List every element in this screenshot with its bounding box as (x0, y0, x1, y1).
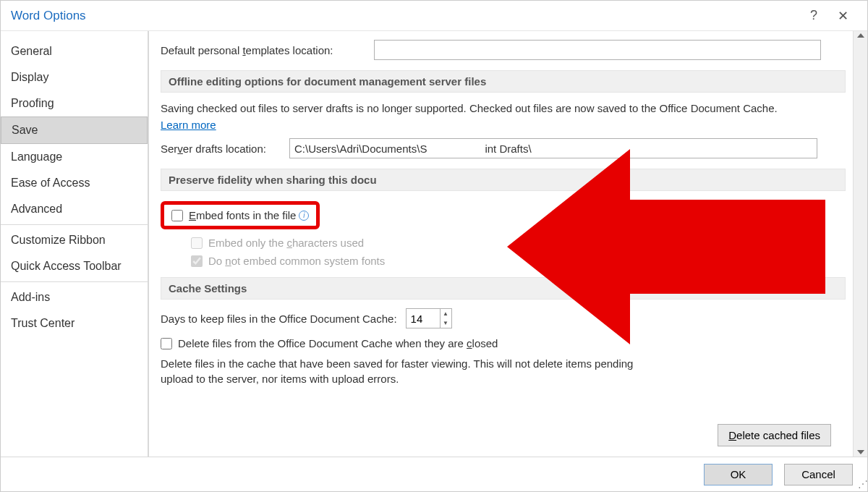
sidebar-item-add-ins[interactable]: Add-ins (1, 284, 148, 310)
content-wrap: Default personal templates location: Off… (149, 31, 867, 457)
templates-row: Default personal templates location: (161, 40, 846, 60)
sidebar-item-trust-center[interactable]: Trust Center (1, 310, 148, 336)
cancel-button[interactable]: Cancel (784, 464, 853, 485)
templates-location-input[interactable] (374, 40, 821, 60)
ok-button[interactable]: OK (704, 464, 773, 485)
scroll-down-icon[interactable] (857, 450, 864, 454)
no-common-fonts-checkbox (191, 255, 203, 267)
server-drafts-input[interactable]: C:\Users\Adri\Documents\Sint Drafts\ (289, 138, 817, 158)
embed-only-characters-checkbox (191, 237, 203, 249)
offline-note: Saving checked out files to server draft… (161, 101, 812, 116)
spinner-up[interactable]: ▲ (441, 309, 451, 318)
sidebar-separator (1, 224, 148, 225)
server-drafts-label: Server drafts location: (161, 143, 289, 155)
close-button[interactable]: ✕ (828, 8, 857, 24)
resize-grip-icon[interactable]: ⋰ (858, 478, 866, 490)
sidebar-item-save[interactable]: Save (1, 116, 148, 144)
title-bar: Word Options ? ✕ (1, 1, 867, 31)
embed-fonts-option[interactable]: Embed fonts in the file i (171, 209, 309, 221)
category-sidebar: General Display Proofing Save Language E… (1, 31, 149, 457)
preserve-fidelity-heading: Preserve fidelity when sharing this docu (161, 169, 846, 191)
info-icon[interactable]: i (299, 211, 309, 221)
dialog-title: Word Options (11, 9, 799, 23)
sidebar-item-quick-access-toolbar[interactable]: Quick Access Toolbar (1, 253, 148, 279)
cache-days-label: Days to keep files in the Office Documen… (161, 313, 397, 325)
offline-section-heading: Offline editing options for document man… (161, 70, 846, 93)
embed-only-characters-option: Embed only the characters used (191, 237, 846, 249)
templates-location-label: Default personal templates location: (161, 44, 374, 56)
delete-on-close-option[interactable]: Delete files from the Office Document Ca… (161, 337, 846, 349)
dialog-footer: OK Cancel (1, 457, 867, 491)
delete-cached-files-button[interactable]: Delete cached files (718, 424, 831, 446)
embed-fonts-highlight: Embed fonts in the file i (161, 201, 320, 229)
word-options-dialog: Word Options ? ✕ General Display Proofin… (0, 0, 868, 492)
delete-on-close-checkbox[interactable] (161, 338, 172, 349)
sidebar-item-proofing[interactable]: Proofing (1, 90, 148, 116)
cache-settings-heading: Cache Settings (161, 277, 846, 300)
no-common-fonts-option: Do not embed common system fonts (191, 255, 846, 267)
sidebar-item-customize-ribbon[interactable]: Customize Ribbon (1, 227, 148, 253)
dialog-body: General Display Proofing Save Language E… (1, 31, 867, 457)
help-button[interactable]: ? (799, 8, 828, 23)
sidebar-item-ease-of-access[interactable]: Ease of Access (1, 170, 148, 196)
sidebar-item-general[interactable]: General (1, 38, 148, 64)
vertical-scrollbar[interactable] (853, 31, 867, 457)
cache-days-spinner[interactable]: ▲ ▼ (406, 308, 452, 328)
spinner-down[interactable]: ▼ (441, 318, 451, 328)
scroll-up-icon[interactable] (857, 33, 864, 38)
sidebar-item-advanced[interactable]: Advanced (1, 196, 148, 222)
embed-fonts-checkbox[interactable] (171, 210, 183, 221)
learn-more-link[interactable]: Learn more (161, 119, 216, 131)
sidebar-item-language[interactable]: Language (1, 144, 148, 170)
sidebar-separator (1, 281, 148, 282)
server-drafts-row: Server drafts location: C:\Users\Adri\Do… (161, 138, 846, 158)
sidebar-item-display[interactable]: Display (1, 64, 148, 90)
cache-info-text: Delete files in the cache that have been… (161, 357, 652, 386)
save-options-panel: Default personal templates location: Off… (149, 31, 853, 457)
cache-days-input[interactable] (407, 309, 440, 328)
cache-days-row: Days to keep files in the Office Documen… (161, 308, 846, 328)
